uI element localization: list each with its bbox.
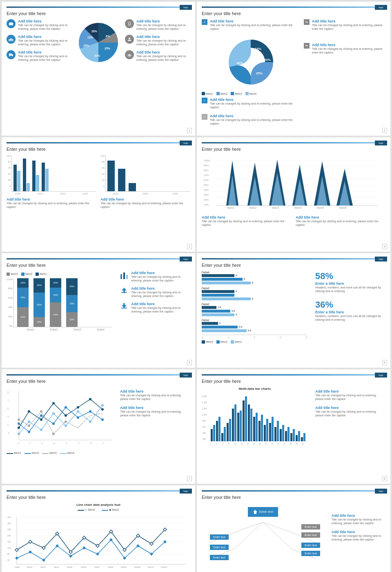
stacked-item-3: Add title here Title can be changed by c… [120,302,190,313]
checkbox-5[interactable] [304,43,310,49]
hbar-row-4-3: 6 [202,282,307,284]
hbar-2-3 [202,313,234,316]
hbar-3-1 [202,290,234,293]
checkbox-4[interactable] [304,19,310,25]
svg-point-95 [89,398,91,400]
hbar-4-3 [202,282,251,284]
slide-5: Enter your title here logo Item3 Item2 I… [2,253,195,368]
slide-6: Enter your title here logo Data4 4 5 [197,253,390,368]
svg-text:20: 20 [259,443,261,445]
svg-marker-198 [29,540,32,543]
org-box-6[interactable]: Enter text [210,545,229,550]
svg-text:320: 320 [7,516,11,518]
svg-marker-214 [82,546,86,550]
checkbox-2[interactable]: ✓ [202,98,207,103]
org-box-1[interactable]: Enter text [301,524,320,530]
svg-point-98 [28,431,30,433]
svg-marker-210 [29,550,32,554]
svg-rect-7 [9,54,12,56]
pie-center: 26% 8% 25% 20% 15% 12% [76,20,121,65]
stacked-item-title-1: Add title here [131,271,190,275]
org-box-5[interactable]: Enter text [210,534,229,540]
org-box-7[interactable]: Enter text [210,555,229,560]
org-box-4[interactable]: Enter text [301,551,320,556]
legend-s1: Item3 [7,273,18,276]
svg-point-102 [77,416,79,419]
svg-text:28: 28 [290,443,292,445]
slide-9: Enter your title here logo Line chart da… [2,485,195,572]
svg-text:15%: 15% [83,44,89,47]
bar-single-2 [118,169,125,191]
svg-text:1,200: 1,200 [202,407,207,410]
svg-text:0: 0 [18,442,20,445]
svg-text:70%: 70% [204,174,209,177]
svg-point-3 [12,25,13,26]
item-text-2: Add title here Title can be changed by c… [18,35,72,46]
stat2-value: 36% [315,299,385,310]
accent-line-1 [7,7,190,8]
svg-point-93 [65,414,67,417]
svg-marker-233 [253,510,257,514]
slide3-content: 123957550250 [7,155,190,209]
chart-title-4a: Add title here [202,215,292,219]
home-icon [253,509,258,514]
svg-text:13: 13 [241,443,243,445]
slide-number-1: 1 [187,128,192,133]
svg-text:Data6: Data6 [81,566,87,568]
download-icon [120,302,129,311]
checkbox-3[interactable]: ✓ [202,114,207,120]
hbar-data1-label: Data1 [202,319,307,322]
slide-3-title: Enter your title here [7,147,190,152]
line-chart2-title: Add title here [120,406,190,410]
icon-item-3: Add title here Title can be changed by c… [7,50,72,62]
bar-3a [32,161,36,191]
org-box-2[interactable]: Enter text [301,532,320,538]
svg-rect-1 [9,22,13,23]
multibar-right: Add title here Title can be changed by c… [312,387,385,447]
logo-10: logo [375,489,387,494]
checkbox-item-4: Add title here Title can be changed by c… [304,19,385,31]
pyramid-svg: 100% 90% 80% 70% 60% 50% 40% 30% 20% 10% [202,156,377,210]
accent-line-2 [202,7,385,8]
slide-1: Enter your title here logo Add title her… [2,2,195,136]
cycle-icon [125,50,134,59]
hbar-legend: Item3 Item2 Item1 [202,340,307,344]
multibar-chart2-desc: Title can be changed by clicking and re-… [315,410,385,417]
svg-point-105 [18,418,20,421]
svg-text:31: 31 [302,443,304,445]
svg-rect-155 [285,431,287,441]
stack-2: 30% 50% 20% [33,278,45,327]
stacked-item-1: Add title here Title can be changed by c… [120,271,190,282]
svg-point-108 [52,433,55,435]
cb-title-1: Add title here [210,19,300,23]
svg-rect-153 [280,429,282,441]
svg-text:27: 27 [283,443,286,445]
svg-text:90%: 90% [204,164,209,167]
stat2-title: Enter a title here [315,310,385,314]
stat2-desc: Headers, numbers, and more can all be ch… [315,314,385,322]
checkbox-1[interactable]: ✓ [202,19,207,25]
org-diagram: Enter text Enter text [202,503,324,565]
stack-1-1: 20% [17,278,29,288]
icon-item-5: Add title here Title can be changed by c… [125,35,190,46]
x-labels-3a: 2010201220142016 [7,192,96,195]
bar-3b [36,175,39,191]
hbar-3-2 [202,294,234,297]
slide-2: Enter your title here logo ✓ Add title h… [197,2,390,136]
org-chart-desc1: Title can be changed by clicking and re-… [332,518,385,525]
bar-chart-3a [11,155,96,192]
svg-text:8: 8 [228,443,229,445]
svg-text:60%: 60% [204,179,209,181]
hbar-1-3 [202,329,247,332]
item-text-4: Add title here Title can be changed by c… [136,19,190,31]
chart-title-4b: Add title here [296,215,385,219]
slide-number-2: 2 [382,128,387,133]
donut-legend: Item1 Item2 Item3 Item4 [202,92,300,95]
org-center-button[interactable]: Enter text [248,507,278,517]
org-box-3[interactable]: Enter text [301,543,320,548]
slide-number-8: 8 [382,476,387,481]
svg-text:5: 5 [78,442,80,445]
cb-desc-2: Title can be changed by clicking and re-… [210,102,300,109]
svg-text:25%: 25% [105,47,111,50]
stacked-x-labels: Data1 Data2 Data3 Data4 [19,328,112,331]
